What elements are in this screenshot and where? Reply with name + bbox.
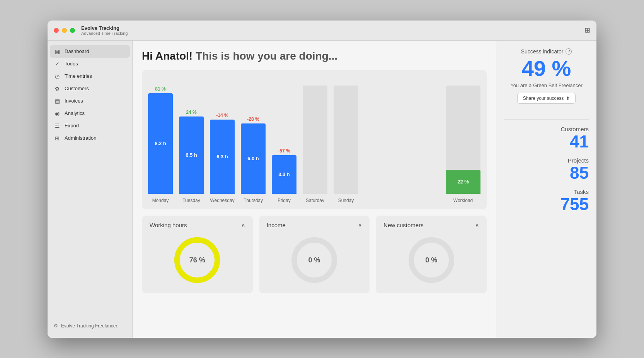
sidebar-label-analytics: Analytics — [65, 110, 85, 116]
bar-rect-sunday — [334, 86, 358, 194]
donut-wrap-income: 0 % — [289, 235, 339, 285]
kpi-label-projects: Projects — [568, 157, 589, 164]
stat-header-new-customers: New customers ∧ — [383, 222, 479, 228]
main-content: Hi Anatol! This is how you are doing... … — [133, 41, 496, 338]
kpi-customers: Customers 41 — [504, 126, 589, 151]
app-info: Evolve Tracking Advanced Time Tracking — [81, 25, 128, 36]
kpi-projects: Projects 85 — [504, 157, 589, 182]
bar-rect-friday: 3.3 h — [272, 155, 296, 194]
stat-header-income: Income ∧ — [267, 222, 362, 228]
share-success-label: Share your success — [523, 96, 564, 101]
workload-outer: 22 % — [446, 86, 480, 194]
traffic-lights — [54, 28, 75, 33]
bar-val-thursday: 6.0 h — [247, 156, 259, 161]
donut-working-hours: 76 % — [150, 233, 245, 287]
app-window: Evolve Tracking Advanced Time Tracking ⊞… — [48, 21, 596, 338]
donut-wrap-working-hours: 76 % — [172, 235, 222, 285]
sidebar-bottom: ⚙ Evolve Tracking Freelancer — [48, 319, 132, 333]
chevron-up-icon-working-hours[interactable]: ∧ — [241, 222, 245, 228]
bar-pct-monday: 81 % — [155, 86, 165, 92]
bar-pct-friday: -57 % — [278, 148, 290, 154]
close-button[interactable] — [54, 28, 59, 33]
chevron-up-icon-new-customers[interactable]: ∧ — [475, 222, 479, 228]
sidebar-item-export[interactable]: ☰ Export — [48, 120, 132, 132]
sidebar-bottom-label: Evolve Tracking Freelancer — [61, 323, 117, 329]
window-controls[interactable]: ⊞ — [584, 26, 590, 34]
help-icon[interactable]: ? — [566, 48, 572, 55]
titlebar: Evolve Tracking Advanced Time Tracking ⊞ — [48, 21, 596, 41]
sidebar-item-invoices[interactable]: ▤ Invoices — [48, 95, 132, 107]
donut-wrap-new-customers: 0 % — [406, 235, 457, 285]
sidebar-item-customers[interactable]: ✿ Customers — [48, 82, 132, 95]
workload-pct: 22 % — [457, 179, 469, 185]
bar-label-friday: Friday — [278, 198, 290, 203]
bar-label-thursday: Thursday — [244, 198, 263, 203]
share-success-button[interactable]: Share your success ⬆ — [517, 93, 576, 104]
workload-label: Workload — [453, 198, 473, 203]
sidebar-label-administration: Administration — [65, 135, 96, 141]
donut-income: 0 % — [267, 233, 362, 287]
sidebar-label-todos: Todos — [65, 61, 78, 67]
donut-new-customers: 0 % — [383, 233, 479, 287]
bar-label-wednesday: Wednesday — [210, 198, 234, 203]
bar-pct-wednesday: -14 % — [216, 113, 228, 118]
donut-label-new-customers: 0 % — [425, 256, 437, 264]
right-panel: Success indicator ? 49 % You are a Green… — [496, 41, 596, 338]
bar-label-monday: Monday — [152, 198, 169, 203]
bar-wednesday: -14 % 6.3 h Wednesday — [210, 113, 235, 203]
workload-bar: 22 % — [446, 170, 480, 194]
stat-card-income: Income ∧ 0 % — [259, 216, 370, 293]
chevron-up-icon-income[interactable]: ∧ — [358, 222, 362, 228]
sidebar-item-analytics[interactable]: ◉ Analytics — [48, 107, 132, 120]
invoices-icon: ▤ — [54, 98, 61, 104]
success-desc: You are a Green Belt Freelancer — [504, 82, 589, 88]
sidebar-item-time-entries[interactable]: ◷ Time entries — [48, 70, 132, 82]
bar-label-tuesday: Tuesday — [182, 198, 200, 203]
kpi-label-customers: Customers — [561, 126, 589, 132]
donut-label-working-hours: 76 % — [189, 256, 205, 264]
page-heading: Hi Anatol! This is how you are doing... — [142, 50, 487, 62]
bar-saturday: - Saturday — [303, 79, 327, 203]
sidebar-label-dashboard: Dashboard — [65, 48, 89, 54]
sidebar-label-invoices: Invoices — [65, 98, 83, 104]
sidebar-label-time-entries: Time entries — [65, 73, 92, 79]
bar-rect-wednesday: 6.3 h — [210, 120, 235, 194]
customers-icon: ✿ — [54, 85, 61, 92]
chart-area: 81 % 8.2 h Monday 24 % 6.5 h Tuesday — [148, 79, 443, 203]
analytics-icon: ◉ — [54, 110, 61, 117]
bar-val-friday: 3.3 h — [278, 171, 290, 177]
gear-icon: ⚙ — [54, 323, 58, 329]
content-area: ▦ Dashboard ✓ Todos ◷ Time entries ✿ Cus… — [48, 41, 596, 338]
export-icon: ☰ — [54, 122, 61, 129]
kpi-row: Customers 41 Projects 85 Tasks 755 — [504, 126, 589, 214]
success-header: Success indicator ? — [504, 48, 589, 55]
sidebar-item-administration[interactable]: ⊞ Administration — [48, 132, 132, 144]
stat-header-working-hours: Working hours ∧ — [150, 222, 245, 228]
stat-title-working-hours: Working hours — [150, 222, 187, 228]
bar-tuesday: 24 % 6.5 h Tuesday — [179, 110, 204, 203]
chart-section: 81 % 8.2 h Monday 24 % 6.5 h Tuesday — [142, 70, 487, 209]
minimize-button[interactable] — [62, 28, 67, 33]
bar-val-wednesday: 6.3 h — [216, 154, 228, 159]
bar-pct-saturday: - — [314, 79, 316, 84]
stat-card-new-customers: New customers ∧ 0 % — [376, 216, 487, 293]
sidebar-label-customers: Customers — [65, 86, 89, 91]
sidebar-item-todos[interactable]: ✓ Todos — [48, 58, 132, 70]
success-pct: 49 % — [504, 58, 589, 79]
sidebar-item-dashboard[interactable]: ▦ Dashboard — [50, 45, 130, 58]
app-subtitle: Advanced Time Tracking — [81, 31, 128, 36]
maximize-button[interactable] — [70, 28, 75, 33]
stat-title-income: Income — [267, 222, 286, 228]
bar-rect-tuesday: 6.5 h — [179, 116, 204, 194]
dashboard-icon: ▦ — [54, 48, 61, 55]
stat-title-new-customers: New customers — [383, 222, 423, 228]
bar-pct-tuesday: 24 % — [186, 110, 196, 115]
time-entries-icon: ◷ — [54, 73, 61, 80]
app-title: Evolve Tracking — [81, 25, 128, 31]
bar-rect-monday: 8.2 h — [148, 93, 173, 194]
todos-icon: ✓ — [54, 60, 61, 67]
share-icon: ⬆ — [566, 96, 570, 101]
divider — [504, 119, 589, 120]
sidebar-label-export: Export — [65, 123, 79, 128]
administration-icon: ⊞ — [54, 135, 61, 142]
